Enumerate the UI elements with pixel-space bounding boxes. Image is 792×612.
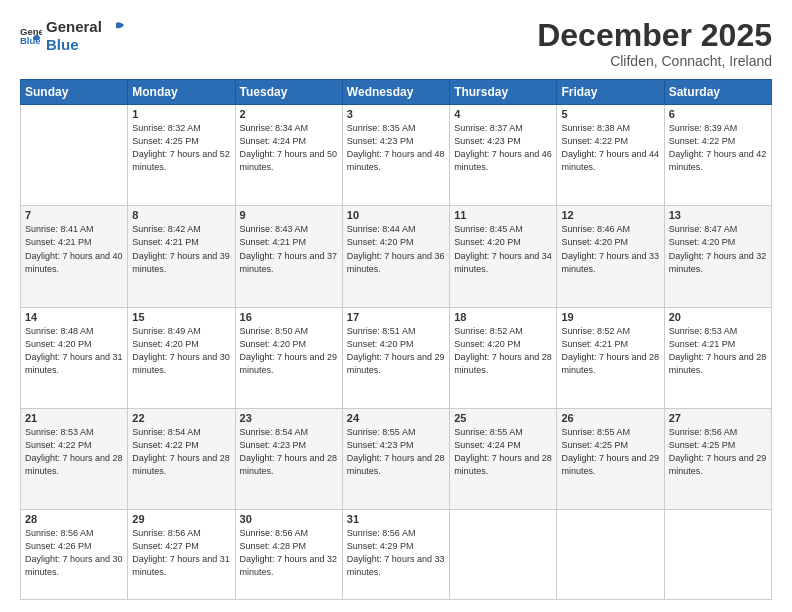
table-row: 1Sunrise: 8:32 AMSunset: 4:25 PMDaylight… xyxy=(128,105,235,206)
table-row: 8Sunrise: 8:42 AMSunset: 4:21 PMDaylight… xyxy=(128,206,235,307)
day-info: Sunrise: 8:55 AMSunset: 4:24 PMDaylight:… xyxy=(454,426,552,478)
table-row xyxy=(450,510,557,600)
day-number: 9 xyxy=(240,209,338,221)
table-row: 10Sunrise: 8:44 AMSunset: 4:20 PMDayligh… xyxy=(342,206,449,307)
day-number: 3 xyxy=(347,108,445,120)
calendar-week-row: 14Sunrise: 8:48 AMSunset: 4:20 PMDayligh… xyxy=(21,307,772,408)
table-row: 15Sunrise: 8:49 AMSunset: 4:20 PMDayligh… xyxy=(128,307,235,408)
day-info: Sunrise: 8:52 AMSunset: 4:20 PMDaylight:… xyxy=(454,325,552,377)
table-row: 28Sunrise: 8:56 AMSunset: 4:26 PMDayligh… xyxy=(21,510,128,600)
day-number: 1 xyxy=(132,108,230,120)
table-row: 9Sunrise: 8:43 AMSunset: 4:21 PMDaylight… xyxy=(235,206,342,307)
day-number: 24 xyxy=(347,412,445,424)
table-row: 2Sunrise: 8:34 AMSunset: 4:24 PMDaylight… xyxy=(235,105,342,206)
table-row: 31Sunrise: 8:56 AMSunset: 4:29 PMDayligh… xyxy=(342,510,449,600)
page-header: General Blue General Blue December 2025 … xyxy=(20,18,772,69)
logo-wave-icon xyxy=(108,21,126,35)
day-number: 15 xyxy=(132,311,230,323)
table-row: 30Sunrise: 8:56 AMSunset: 4:28 PMDayligh… xyxy=(235,510,342,600)
logo-general-text: General xyxy=(46,18,126,36)
calendar-table: Sunday Monday Tuesday Wednesday Thursday… xyxy=(20,79,772,600)
header-tuesday: Tuesday xyxy=(235,80,342,105)
month-title: December 2025 xyxy=(537,18,772,53)
table-row: 5Sunrise: 8:38 AMSunset: 4:22 PMDaylight… xyxy=(557,105,664,206)
svg-text:Blue: Blue xyxy=(20,35,41,46)
table-row: 12Sunrise: 8:46 AMSunset: 4:20 PMDayligh… xyxy=(557,206,664,307)
day-number: 27 xyxy=(669,412,767,424)
day-info: Sunrise: 8:55 AMSunset: 4:25 PMDaylight:… xyxy=(561,426,659,478)
table-row: 16Sunrise: 8:50 AMSunset: 4:20 PMDayligh… xyxy=(235,307,342,408)
table-row: 11Sunrise: 8:45 AMSunset: 4:20 PMDayligh… xyxy=(450,206,557,307)
day-number: 19 xyxy=(561,311,659,323)
day-number: 7 xyxy=(25,209,123,221)
day-info: Sunrise: 8:32 AMSunset: 4:25 PMDaylight:… xyxy=(132,122,230,174)
logo: General Blue General Blue xyxy=(20,18,126,54)
logo-icon: General Blue xyxy=(20,25,42,47)
day-info: Sunrise: 8:50 AMSunset: 4:20 PMDaylight:… xyxy=(240,325,338,377)
day-number: 11 xyxy=(454,209,552,221)
day-number: 18 xyxy=(454,311,552,323)
day-info: Sunrise: 8:46 AMSunset: 4:20 PMDaylight:… xyxy=(561,223,659,275)
day-number: 31 xyxy=(347,513,445,525)
day-info: Sunrise: 8:39 AMSunset: 4:22 PMDaylight:… xyxy=(669,122,767,174)
table-row: 24Sunrise: 8:55 AMSunset: 4:23 PMDayligh… xyxy=(342,408,449,509)
day-info: Sunrise: 8:48 AMSunset: 4:20 PMDaylight:… xyxy=(25,325,123,377)
day-number: 16 xyxy=(240,311,338,323)
table-row xyxy=(21,105,128,206)
day-info: Sunrise: 8:47 AMSunset: 4:20 PMDaylight:… xyxy=(669,223,767,275)
day-info: Sunrise: 8:56 AMSunset: 4:26 PMDaylight:… xyxy=(25,527,123,579)
day-number: 2 xyxy=(240,108,338,120)
table-row: 7Sunrise: 8:41 AMSunset: 4:21 PMDaylight… xyxy=(21,206,128,307)
day-info: Sunrise: 8:45 AMSunset: 4:20 PMDaylight:… xyxy=(454,223,552,275)
table-row: 23Sunrise: 8:54 AMSunset: 4:23 PMDayligh… xyxy=(235,408,342,509)
table-row: 4Sunrise: 8:37 AMSunset: 4:23 PMDaylight… xyxy=(450,105,557,206)
header-monday: Monday xyxy=(128,80,235,105)
day-number: 13 xyxy=(669,209,767,221)
table-row: 17Sunrise: 8:51 AMSunset: 4:20 PMDayligh… xyxy=(342,307,449,408)
day-number: 6 xyxy=(669,108,767,120)
header-thursday: Thursday xyxy=(450,80,557,105)
table-row: 14Sunrise: 8:48 AMSunset: 4:20 PMDayligh… xyxy=(21,307,128,408)
day-info: Sunrise: 8:38 AMSunset: 4:22 PMDaylight:… xyxy=(561,122,659,174)
location-subtitle: Clifden, Connacht, Ireland xyxy=(537,53,772,69)
day-number: 8 xyxy=(132,209,230,221)
calendar-page: General Blue General Blue December 2025 … xyxy=(0,0,792,612)
table-row: 22Sunrise: 8:54 AMSunset: 4:22 PMDayligh… xyxy=(128,408,235,509)
day-number: 30 xyxy=(240,513,338,525)
day-info: Sunrise: 8:54 AMSunset: 4:22 PMDaylight:… xyxy=(132,426,230,478)
day-info: Sunrise: 8:56 AMSunset: 4:25 PMDaylight:… xyxy=(669,426,767,478)
table-row xyxy=(557,510,664,600)
table-row: 13Sunrise: 8:47 AMSunset: 4:20 PMDayligh… xyxy=(664,206,771,307)
day-info: Sunrise: 8:55 AMSunset: 4:23 PMDaylight:… xyxy=(347,426,445,478)
day-number: 28 xyxy=(25,513,123,525)
table-row: 18Sunrise: 8:52 AMSunset: 4:20 PMDayligh… xyxy=(450,307,557,408)
table-row: 6Sunrise: 8:39 AMSunset: 4:22 PMDaylight… xyxy=(664,105,771,206)
day-info: Sunrise: 8:43 AMSunset: 4:21 PMDaylight:… xyxy=(240,223,338,275)
table-row: 19Sunrise: 8:52 AMSunset: 4:21 PMDayligh… xyxy=(557,307,664,408)
day-info: Sunrise: 8:53 AMSunset: 4:21 PMDaylight:… xyxy=(669,325,767,377)
table-row: 21Sunrise: 8:53 AMSunset: 4:22 PMDayligh… xyxy=(21,408,128,509)
day-number: 22 xyxy=(132,412,230,424)
day-info: Sunrise: 8:56 AMSunset: 4:29 PMDaylight:… xyxy=(347,527,445,579)
day-info: Sunrise: 8:37 AMSunset: 4:23 PMDaylight:… xyxy=(454,122,552,174)
day-number: 17 xyxy=(347,311,445,323)
day-info: Sunrise: 8:42 AMSunset: 4:21 PMDaylight:… xyxy=(132,223,230,275)
day-info: Sunrise: 8:56 AMSunset: 4:27 PMDaylight:… xyxy=(132,527,230,579)
table-row: 26Sunrise: 8:55 AMSunset: 4:25 PMDayligh… xyxy=(557,408,664,509)
logo-blue-text: Blue xyxy=(46,36,126,54)
day-info: Sunrise: 8:41 AMSunset: 4:21 PMDaylight:… xyxy=(25,223,123,275)
day-number: 12 xyxy=(561,209,659,221)
day-info: Sunrise: 8:49 AMSunset: 4:20 PMDaylight:… xyxy=(132,325,230,377)
table-row xyxy=(664,510,771,600)
header-friday: Friday xyxy=(557,80,664,105)
calendar-week-row: 7Sunrise: 8:41 AMSunset: 4:21 PMDaylight… xyxy=(21,206,772,307)
calendar-week-row: 28Sunrise: 8:56 AMSunset: 4:26 PMDayligh… xyxy=(21,510,772,600)
day-info: Sunrise: 8:34 AMSunset: 4:24 PMDaylight:… xyxy=(240,122,338,174)
table-row: 29Sunrise: 8:56 AMSunset: 4:27 PMDayligh… xyxy=(128,510,235,600)
day-info: Sunrise: 8:54 AMSunset: 4:23 PMDaylight:… xyxy=(240,426,338,478)
day-number: 10 xyxy=(347,209,445,221)
day-info: Sunrise: 8:44 AMSunset: 4:20 PMDaylight:… xyxy=(347,223,445,275)
day-number: 14 xyxy=(25,311,123,323)
day-number: 25 xyxy=(454,412,552,424)
day-info: Sunrise: 8:51 AMSunset: 4:20 PMDaylight:… xyxy=(347,325,445,377)
